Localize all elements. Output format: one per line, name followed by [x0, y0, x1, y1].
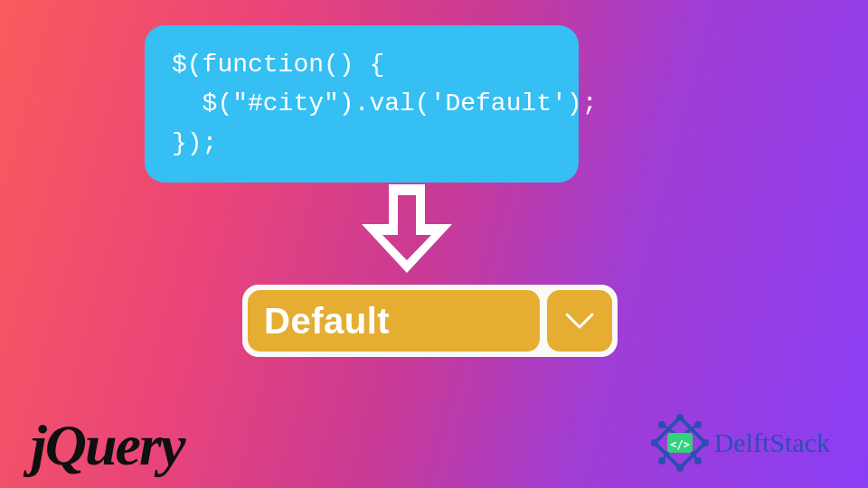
code-line-2: $("#city").val('Default');: [172, 84, 552, 123]
code-snippet-box: $(function() { $("#city").val('Default')…: [145, 25, 579, 183]
svg-text:</>: </>: [670, 438, 690, 451]
arrow-down-icon: [354, 179, 459, 284]
select-value-text: Default: [264, 301, 390, 342]
jquery-logo: jQuery: [31, 412, 184, 479]
code-line-3: });: [172, 124, 552, 163]
chevron-down-icon[interactable]: [547, 290, 612, 352]
select-value-area: Default: [248, 290, 540, 352]
delftstack-badge-icon: </>: [647, 410, 712, 475]
delftstack-text: DelftStack: [714, 427, 830, 458]
select-dropdown[interactable]: Default: [242, 285, 618, 357]
code-line-1: $(function() {: [172, 45, 552, 84]
delftstack-logo: </> DelftStack: [647, 410, 830, 475]
